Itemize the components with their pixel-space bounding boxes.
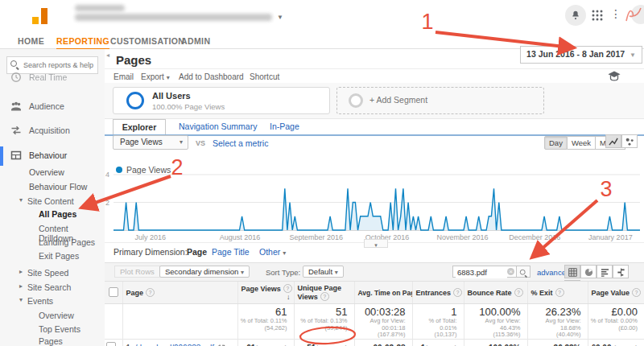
- shortcut-button[interactable]: Shortcut: [250, 72, 279, 81]
- totals-page-value: £0.00% of Total: 0.00%(£0.00): [588, 304, 644, 340]
- motion-chart-toggle[interactable]: [621, 134, 638, 148]
- data-table-view-button[interactable]: [564, 265, 580, 278]
- col-header-entrances[interactable]: Entrances?: [412, 282, 464, 304]
- help-icon[interactable]: ?: [555, 288, 564, 297]
- export-button[interactable]: Export ▾: [141, 72, 170, 81]
- sidebar-item-behaviour[interactable]: Behaviour: [0, 149, 105, 163]
- segment-subtitle: 100.00% Page Views: [152, 102, 225, 111]
- avatar-scribble: [621, 2, 644, 27]
- sidebar-item-events[interactable]: ▾ Events: [0, 295, 105, 308]
- line-chart-icon: [609, 137, 618, 146]
- pageviews-timeseries-chart[interactable]: [114, 171, 640, 233]
- secondary-dimension-button[interactable]: Secondary dimension ▾: [159, 266, 250, 278]
- sidebar-item-landing-pages[interactable]: Landing Pages: [0, 236, 105, 249]
- col-header-avg-time[interactable]: Avg. Time on Page?: [354, 282, 412, 304]
- nav-admin[interactable]: ADMIN: [181, 36, 210, 46]
- comparison-view-button[interactable]: [613, 265, 629, 278]
- sidebar-item-site-speed[interactable]: ▸ Site Speed: [0, 266, 105, 280]
- bell-icon: [570, 10, 581, 21]
- add-segment-button[interactable]: + Add Segment: [336, 87, 544, 114]
- col-header-pct-exit[interactable]: % Exit?: [527, 282, 588, 304]
- sort-descending-icon: ↓: [287, 293, 291, 301]
- metric-selector-button[interactable]: Page Views ▾: [113, 135, 188, 150]
- plot-rows-button[interactable]: Plot Rows: [114, 266, 160, 278]
- email-button[interactable]: Email: [114, 72, 134, 81]
- pie-chart-icon: [584, 268, 593, 277]
- top-app-bar: ▼ ⋮: [0, 0, 644, 32]
- kebab-menu-icon[interactable]: ⋮: [610, 7, 621, 20]
- page-link[interactable]: /download/006883.pdf: [135, 344, 214, 346]
- col-header-page-value[interactable]: Page Value?: [588, 282, 644, 304]
- sidebar-item-content-drilldown[interactable]: Content Drilldown: [0, 222, 105, 236]
- apps-grid-icon[interactable]: [592, 10, 603, 21]
- totals-bounce-rate: 100.00%Avg for View: 46.43%(115.36%): [464, 304, 527, 340]
- y-tick-label: 2: [105, 199, 113, 207]
- y-tick-label: 4: [105, 171, 113, 179]
- performance-view-button[interactable]: [597, 265, 613, 278]
- sidebar-item-events-overview[interactable]: Overview: [0, 309, 105, 323]
- sidebar-item-all-pages[interactable]: All Pages: [0, 208, 105, 221]
- add-to-dashboard-button[interactable]: Add to Dashboard: [179, 72, 244, 81]
- percentage-view-button[interactable]: [580, 265, 597, 278]
- caret-right-icon: ▸: [19, 282, 23, 290]
- table-row[interactable]: 1. /download/006883.pdf 61(100.00%) 51(1…: [105, 339, 644, 346]
- row-checkbox[interactable]: [106, 342, 116, 346]
- help-icon[interactable]: ?: [453, 288, 462, 297]
- segment-all-users[interactable]: All Users 100.00% Page Views: [113, 87, 330, 114]
- tab-navigation-summary[interactable]: Navigation Summary: [179, 122, 257, 131]
- select-metric-link[interactable]: Select a metric: [213, 138, 268, 148]
- sidebar-item-acquisition[interactable]: Acquisition: [0, 124, 105, 138]
- report-main: ◂ Pages Email Export ▾ Add to Dashboard …: [105, 49, 644, 346]
- help-icon[interactable]: ?: [283, 284, 292, 293]
- col-header-page[interactable]: Page?: [122, 282, 237, 304]
- caret-down-icon: ▾: [335, 269, 338, 276]
- help-icon[interactable]: ?: [146, 288, 155, 297]
- col-header-page-views[interactable]: Page Views? ↓: [237, 282, 294, 304]
- add-segment-label: + Add Segment: [369, 95, 427, 105]
- select-all-checkbox[interactable]: [109, 287, 118, 297]
- sidebar-item-events-pages[interactable]: Pages: [0, 335, 105, 346]
- pages-data-table: Page? Page Views? ↓ Unique Page Views? A…: [105, 281, 644, 346]
- sidebar-item-exit-pages[interactable]: Exit Pages: [0, 249, 105, 263]
- help-icon[interactable]: ?: [514, 288, 523, 297]
- help-icon[interactable]: ?: [320, 292, 329, 301]
- clear-search-icon[interactable]: ×: [507, 268, 514, 275]
- intelligence-education-icon[interactable]: [608, 71, 621, 82]
- granularity-week[interactable]: Week: [568, 136, 596, 150]
- clock-icon: [10, 72, 22, 83]
- sidebar-item-site-content[interactable]: ▾ Site Content: [0, 195, 105, 208]
- notifications-button[interactable]: [565, 5, 586, 26]
- tab-explorer[interactable]: Explorer: [113, 119, 166, 134]
- x-tick-label: September 2016: [290, 233, 344, 241]
- dimension-other[interactable]: Other ▾: [259, 247, 286, 257]
- cell-page-views: 61: [246, 344, 255, 346]
- dimension-page[interactable]: Page: [187, 247, 207, 257]
- table-totals-row: 61% of Total: 0.11%(54,262) 51% of Total…: [105, 304, 644, 340]
- table-search-button[interactable]: [516, 266, 530, 278]
- account-caret-down-icon[interactable]: ▼: [277, 14, 283, 21]
- sidebar-item-audience[interactable]: Audience: [0, 100, 105, 113]
- sidebar-item-behaviour-overview[interactable]: Overview: [0, 166, 105, 179]
- x-tick-label: August 2016: [220, 233, 261, 241]
- col-header-bounce-rate[interactable]: Bounce Rate?: [464, 282, 527, 304]
- line-chart-toggle[interactable]: [605, 134, 621, 148]
- sidebar-item-site-search[interactable]: ▸ Site Search: [0, 281, 105, 295]
- cell-pct-exit: 26.23%: [554, 344, 581, 346]
- nav-customisation[interactable]: CUSTOMISATION: [110, 36, 184, 46]
- sidebar-collapse-icon[interactable]: ◂: [106, 51, 109, 59]
- sort-type-select[interactable]: Default ▾: [303, 266, 344, 278]
- dimension-page-title[interactable]: Page Title: [212, 247, 250, 257]
- col-header-unique-page-views[interactable]: Unique Page Views?: [294, 282, 354, 304]
- table-search-input[interactable]: [456, 266, 507, 278]
- tab-in-page[interactable]: In-Page: [270, 122, 299, 131]
- granularity-day[interactable]: Day: [544, 136, 568, 150]
- account-name-redacted: [75, 5, 125, 11]
- sidebar-item-real-time[interactable]: Real Time: [0, 71, 105, 84]
- property-name-redacted: [75, 14, 272, 21]
- nav-home[interactable]: HOME: [18, 36, 44, 46]
- help-icon[interactable]: ?: [632, 288, 641, 297]
- x-tick-label: January 2017: [588, 233, 633, 241]
- date-range-selector[interactable]: 13 Jun 2016 - 8 Jan 2017▼: [520, 46, 642, 64]
- sidebar-item-behaviour-flow[interactable]: Behaviour Flow: [0, 180, 105, 194]
- behaviour-icon: [10, 150, 22, 161]
